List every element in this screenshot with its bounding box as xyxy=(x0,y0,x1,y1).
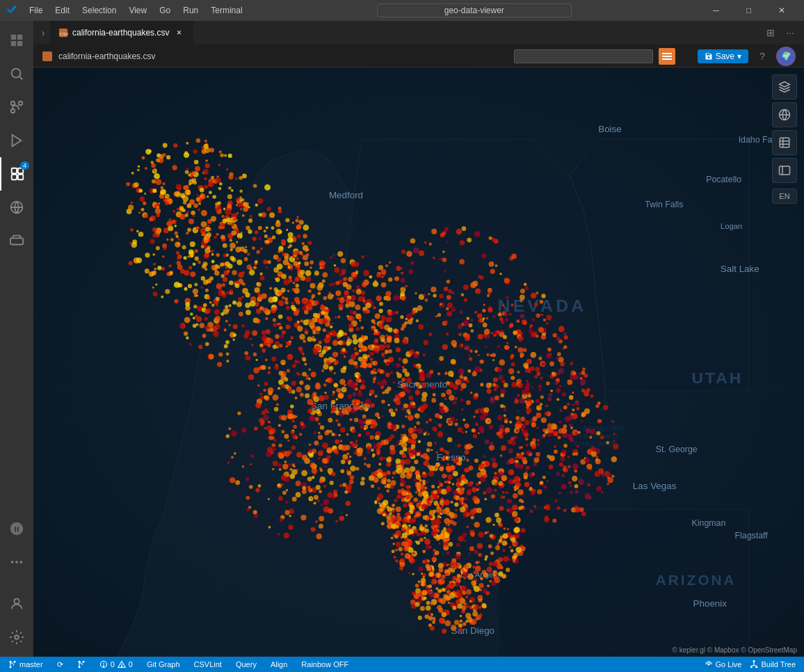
file-csv-icon xyxy=(42,51,53,62)
activity-settings[interactable] xyxy=(0,621,33,654)
activity-account[interactable] xyxy=(0,587,33,621)
activity-docker[interactable] xyxy=(0,224,33,257)
sidebar-toggle[interactable]: › xyxy=(36,26,50,40)
help-button[interactable]: ? xyxy=(754,48,771,65)
error-count: 0 xyxy=(111,660,115,669)
map-language-button[interactable]: EN xyxy=(772,189,797,204)
csvlint[interactable]: CSVLint xyxy=(191,660,225,669)
git-icon xyxy=(8,660,17,669)
go-live-label: Go Live xyxy=(716,660,742,669)
activity-bar: 4 xyxy=(0,21,33,657)
fork-button[interactable] xyxy=(74,660,88,669)
svg-point-60 xyxy=(14,661,16,663)
menu-run[interactable]: Run xyxy=(177,4,204,17)
warning-count: 0 xyxy=(129,660,133,669)
toolbar-search-input[interactable] xyxy=(514,49,653,63)
activity-python[interactable] xyxy=(0,512,33,545)
svg-point-59 xyxy=(10,666,12,668)
svg-line-1 xyxy=(19,77,22,79)
svg-point-12 xyxy=(11,561,14,563)
svg-rect-6 xyxy=(12,168,17,173)
save-button[interactable]: Save ▾ xyxy=(698,49,748,63)
activity-remote[interactable] xyxy=(0,191,33,224)
menu-view[interactable]: View xyxy=(123,4,152,17)
svg-text:CSV: CSV xyxy=(60,31,68,36)
titlebar-search-input[interactable] xyxy=(377,3,572,17)
git-graph[interactable]: Git Graph xyxy=(144,660,183,669)
tab-label: california-earthquakes.csv xyxy=(72,28,169,38)
svg-point-72 xyxy=(756,666,758,668)
git-branch[interactable]: master xyxy=(6,660,46,669)
svg-point-71 xyxy=(750,666,753,668)
titlebar-controls: ─ □ ✕ xyxy=(700,0,797,21)
sync-icon: ⟳ xyxy=(57,660,63,669)
activity-debug[interactable] xyxy=(0,124,33,157)
activity-more[interactable] xyxy=(0,545,33,579)
breadcrumb-filename[interactable]: california-earthquakes.csv xyxy=(58,51,155,61)
error-icon xyxy=(99,660,108,669)
menu-file[interactable]: File xyxy=(24,4,48,17)
avatar[interactable]: 🌍 xyxy=(776,47,796,66)
svg-rect-56 xyxy=(780,166,790,175)
menu-terminal[interactable]: Terminal xyxy=(205,4,248,17)
tree-icon xyxy=(750,660,758,669)
activity-extensions[interactable]: 4 xyxy=(0,157,33,191)
query[interactable]: Query xyxy=(233,660,259,669)
align-label: Align xyxy=(271,660,287,669)
more-actions-button[interactable]: ··· xyxy=(782,24,798,41)
map-layers-button[interactable] xyxy=(772,74,797,99)
svg-point-62 xyxy=(78,666,80,668)
activity-search[interactable] xyxy=(0,57,33,90)
build-tree-label: Build Tree xyxy=(761,660,796,669)
svg-point-2 xyxy=(11,109,15,113)
sync-button[interactable]: ⟳ xyxy=(54,660,66,669)
split-editor-button[interactable]: ⊞ xyxy=(762,24,779,41)
svg-point-16 xyxy=(15,635,19,639)
tab-close-button[interactable]: × xyxy=(173,27,184,38)
fork-icon xyxy=(77,660,86,669)
align[interactable]: Align xyxy=(268,660,290,669)
go-live[interactable]: Go Live xyxy=(702,660,745,669)
csvlint-label: CSVLint xyxy=(194,660,222,669)
tab-csv[interactable]: CSV california-earthquakes.csv × xyxy=(50,21,193,45)
map-container[interactable]: NEVADA UTAH ARIZONA Boise Idaho Fal Poca… xyxy=(33,67,804,657)
table-icon-button[interactable] xyxy=(659,48,675,65)
menu-go[interactable]: Go xyxy=(154,4,176,17)
activity-explorer[interactable] xyxy=(0,24,33,57)
earthquake-dots xyxy=(33,67,804,657)
build-tree[interactable]: Build Tree xyxy=(747,660,798,669)
svg-rect-9 xyxy=(18,175,23,179)
menu-edit[interactable]: Edit xyxy=(49,4,75,17)
rainbow-off[interactable]: Rainbow OFF xyxy=(298,660,351,669)
save-label: Save xyxy=(716,51,734,61)
map-table-button[interactable] xyxy=(772,130,797,155)
svg-marker-5 xyxy=(13,135,22,147)
svg-point-0 xyxy=(12,69,21,78)
vscode-icon xyxy=(7,5,18,16)
svg-point-15 xyxy=(14,599,19,604)
svg-rect-8 xyxy=(12,175,17,179)
editor-toolbar: california-earthquakes.csv Save ▾ ? 🌍 xyxy=(33,45,804,67)
editor-area: › CSV california-earthquakes.csv × ⊞ ···… xyxy=(33,21,804,657)
save-dropdown-icon: ▾ xyxy=(737,51,741,61)
svg-rect-11 xyxy=(10,238,23,244)
map-settings-button[interactable] xyxy=(772,158,797,183)
svg-point-70 xyxy=(753,660,755,662)
map-globe-button[interactable] xyxy=(772,102,797,127)
svg-point-13 xyxy=(15,561,18,563)
svg-point-14 xyxy=(20,561,23,563)
svg-rect-52 xyxy=(780,138,789,147)
csv-icon: CSV xyxy=(58,28,68,38)
activity-git[interactable] xyxy=(0,90,33,124)
git-graph-label: Git Graph xyxy=(147,660,180,669)
warning-icon xyxy=(118,660,126,669)
errors-warnings[interactable]: 0 0 xyxy=(97,660,136,669)
map-right-sidebar: EN xyxy=(772,74,797,204)
maximize-button[interactable]: □ xyxy=(733,0,764,21)
map-attribution: © kepler.gl © Mapbox © OpenStreetMap xyxy=(673,646,797,654)
titlebar: File Edit Selection View Go Run Terminal… xyxy=(0,0,804,21)
minimize-button[interactable]: ─ xyxy=(700,0,732,21)
menu-selection[interactable]: Selection xyxy=(77,4,122,17)
svg-point-63 xyxy=(82,661,84,663)
close-button[interactable]: ✕ xyxy=(766,0,797,21)
